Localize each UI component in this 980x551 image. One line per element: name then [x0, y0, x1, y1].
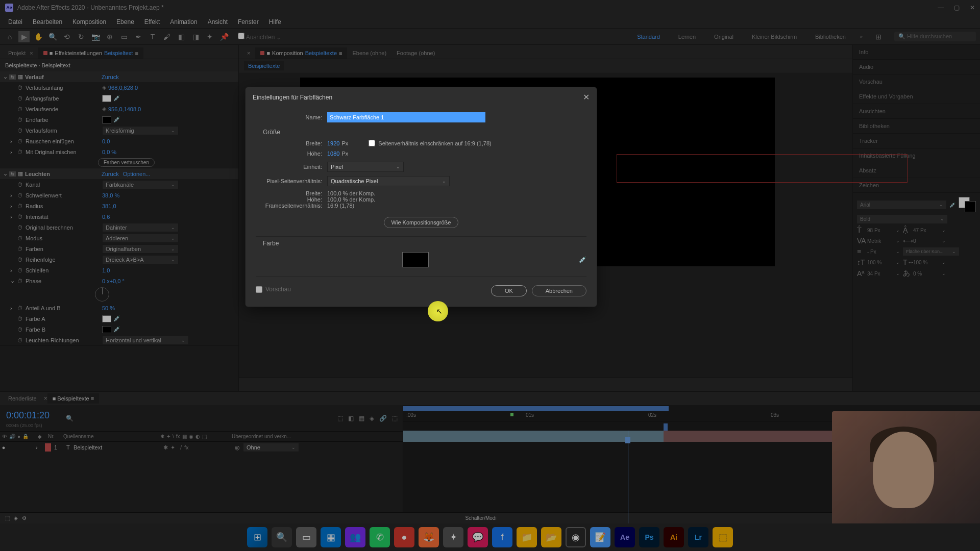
panel-tracker[interactable]: Tracker	[853, 134, 980, 148]
layer-bar[interactable]	[403, 431, 664, 442]
fill-stroke-colors[interactable]	[959, 197, 976, 212]
taskbar-app-end[interactable]: ⬚	[713, 527, 733, 547]
expand-icon[interactable]: ›	[10, 267, 16, 273]
fill-over-select[interactable]: Fläche über Kon...⌄	[903, 247, 959, 256]
ok-button[interactable]: OK	[491, 285, 527, 296]
stopwatch-icon[interactable]: ⏱	[16, 117, 23, 123]
stopwatch-icon[interactable]: ⏱	[16, 128, 23, 134]
eyedropper-icon[interactable]: 💉	[579, 256, 586, 263]
taskbar-notepad[interactable]: 📝	[590, 527, 610, 547]
taskbar-taskview[interactable]: ▭	[296, 527, 316, 547]
close-icon[interactable]: ×	[30, 50, 33, 56]
tab-footage[interactable]: Footage (ohne)	[391, 47, 440, 59]
eyedropper-icon[interactable]: 💉	[113, 315, 120, 322]
tl-icon[interactable]: ◧	[348, 415, 354, 422]
taskbar-photoshop[interactable]: Ps	[639, 527, 659, 547]
menu-fenster[interactable]: Fenster	[233, 16, 264, 28]
taskbar-lightroom[interactable]: Lr	[688, 527, 708, 547]
tab-composition[interactable]: ■ Komposition Beispieltexte ≡	[255, 47, 347, 59]
vscale-value[interactable]: 100 %	[867, 260, 893, 265]
switch-icon[interactable]: ✦	[166, 434, 170, 439]
eye-icon[interactable]: 👁	[2, 434, 7, 439]
orbit-tool[interactable]: ⟲	[61, 31, 72, 42]
expand-icon[interactable]: ›	[10, 149, 16, 155]
layer-color-icon[interactable]	[45, 443, 51, 452]
text-tool[interactable]: T	[147, 31, 158, 42]
workspace-original[interactable]: Original	[710, 32, 738, 42]
switches-modes-label[interactable]: Schalter/Modi	[465, 515, 497, 521]
search-timeline[interactable]: 🔍	[66, 415, 74, 422]
val-intensitaet[interactable]: 0,6	[102, 214, 110, 220]
val-verlaufsende[interactable]: 956,0,1408,0	[108, 106, 141, 112]
tab-effect-controls[interactable]: ■ Effekteinstellungen Beispieltext ≡	[38, 47, 143, 59]
val-verlaufsanfang[interactable]: 968,0,628,0	[108, 85, 138, 91]
puppet-tool[interactable]: 📌	[218, 31, 230, 42]
dropdown-farben[interactable]: Originalfarben⌄	[102, 244, 179, 254]
switch-icon[interactable]: ⬚	[202, 434, 207, 439]
workspace-lernen[interactable]: Lernen	[674, 32, 700, 42]
tl-icon[interactable]: ⬚	[392, 415, 398, 422]
val-mischen[interactable]: 0,0 %	[102, 149, 116, 155]
label-col-icon[interactable]: ◆	[38, 434, 48, 439]
tl-icon[interactable]: ◈	[370, 415, 374, 422]
maximize-button[interactable]: ▢	[954, 4, 960, 11]
menu-bearbeiten[interactable]: Bearbeiten	[28, 16, 67, 28]
switch-icon[interactable]: ◉	[189, 434, 193, 439]
brush-tool[interactable]: 🖌	[161, 31, 173, 42]
tab-close-x[interactable]: ×	[242, 47, 255, 59]
tab-renderlist[interactable]: Renderliste	[3, 393, 42, 404]
val-schleifen[interactable]: 1,0	[102, 267, 110, 273]
tracking-value[interactable]: 0	[913, 238, 939, 244]
selection-tool[interactable]: ▶	[18, 31, 30, 42]
name-input[interactable]	[327, 112, 485, 122]
workspace-more-icon[interactable]: »	[860, 34, 863, 39]
eyedropper-icon[interactable]: 💉	[113, 95, 120, 102]
cancel-button[interactable]: Abbrechen	[532, 285, 586, 296]
workspace-reset-icon[interactable]: ⊞	[873, 31, 884, 42]
rotate-tool[interactable]: ↻	[76, 31, 87, 42]
hscale-value[interactable]: 100 %	[913, 260, 939, 265]
dropdown-modus[interactable]: Addieren⌄	[102, 234, 179, 243]
color-swatch-end[interactable]	[102, 116, 111, 123]
stopwatch-icon[interactable]: ⏱	[16, 337, 23, 343]
taskbar-whatsapp[interactable]: ✆	[370, 527, 390, 547]
stopwatch-icon[interactable]: ⏱	[16, 192, 23, 198]
tl-icon[interactable]: 🔗	[379, 415, 387, 422]
playhead[interactable]	[628, 431, 628, 538]
expand-icon[interactable]: ›	[10, 192, 16, 198]
roto-tool[interactable]: ✦	[204, 31, 215, 42]
pickwhip-icon[interactable]: ◎	[235, 444, 240, 451]
reset-link[interactable]: Zurück	[102, 74, 119, 80]
color-swatch-button[interactable]	[402, 252, 429, 267]
help-search[interactable]: 🔍 Hilfe durchsuchen	[894, 32, 976, 41]
tl-icon[interactable]: ▦	[359, 415, 364, 422]
panel-bibliotheken[interactable]: Bibliotheken	[853, 119, 980, 134]
lock-icon[interactable]: 🔒	[22, 434, 29, 439]
dropdown-richtungen[interactable]: Horizontal und vertikal⌄	[102, 336, 189, 345]
current-timecode[interactable]: 0:00:01:20	[0, 408, 56, 423]
taskbar-search[interactable]: 🔍	[272, 527, 292, 547]
val-schwellenwert[interactable]: 38,0 %	[102, 192, 119, 198]
stopwatch-icon[interactable]: ⏱	[16, 235, 23, 241]
work-area-end[interactable]	[664, 423, 668, 431]
taskbar-app[interactable]: ▦	[321, 527, 341, 547]
close-button[interactable]: ✕	[970, 4, 975, 11]
stopwatch-icon[interactable]: ⏱	[16, 214, 23, 220]
anchor-tool[interactable]: ⊕	[104, 31, 115, 42]
snap-checkbox[interactable]	[238, 33, 244, 39]
taskbar-illustrator[interactable]: Ai	[664, 527, 684, 547]
val-radius[interactable]: 381,0	[102, 203, 116, 209]
effect-verlauf[interactable]: Verlauf	[25, 74, 102, 80]
layer-row[interactable]: ● › 1 T Beispieltext ✱✦/fx ◎ Ohne⌄	[0, 442, 403, 453]
stopwatch-icon[interactable]: ⏱	[16, 246, 23, 252]
stroke-value[interactable]: - Px	[867, 249, 893, 255]
stopwatch-icon[interactable]: ⏱	[16, 149, 23, 155]
menu-hilfe[interactable]: Hilfe	[264, 16, 286, 28]
taskbar-folder2[interactable]: 📂	[541, 527, 561, 547]
parent-dropdown[interactable]: Ohne⌄	[243, 443, 299, 452]
dropdown-verlaufsform[interactable]: Kreisförmig⌄	[102, 126, 179, 135]
tab-timeline-comp[interactable]: ■ Beispieltexte ≡	[47, 393, 100, 404]
workspace-kleiner[interactable]: Kleiner Bildschirm	[748, 32, 801, 42]
stopwatch-icon[interactable]: ⏱	[16, 257, 23, 263]
minimize-button[interactable]: —	[938, 4, 944, 11]
